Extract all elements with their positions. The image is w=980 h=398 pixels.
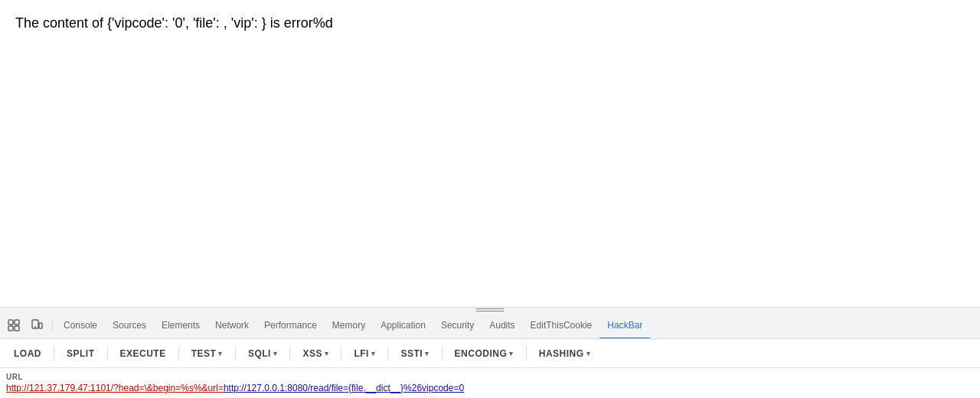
tab-application[interactable]: Application bbox=[373, 312, 433, 339]
lfi-button[interactable]: LFI ▾ bbox=[346, 345, 383, 362]
tab-editthiscookie[interactable]: EditThisCookie bbox=[523, 312, 600, 339]
split-button[interactable]: SPLIT bbox=[59, 345, 103, 362]
hashing-button[interactable]: HASHING ▾ bbox=[531, 345, 598, 362]
hashing-arrow-icon: ▾ bbox=[586, 350, 591, 357]
tab-security[interactable]: Security bbox=[433, 312, 482, 339]
toolbar-sep-6 bbox=[341, 346, 341, 361]
tab-memory[interactable]: Memory bbox=[325, 312, 373, 339]
url-section: URL http://121.37.179.47:1101/?head=\&be… bbox=[0, 368, 980, 398]
encoding-arrow-icon: ▾ bbox=[509, 350, 514, 357]
tab-sources[interactable]: Sources bbox=[105, 312, 154, 339]
toolbar-sep-5 bbox=[289, 346, 290, 361]
page-content-text: The content of {'vipcode': '0', 'file': … bbox=[15, 15, 965, 31]
url-text-start: http://121.37.179.47:1101/?head=\&begin=… bbox=[6, 383, 224, 393]
xss-arrow-icon: ▾ bbox=[325, 350, 329, 357]
toolbar-sep-7 bbox=[387, 346, 388, 361]
toolbar-sep-9 bbox=[526, 346, 527, 361]
test-button[interactable]: TEST ▾ bbox=[184, 345, 230, 362]
devtools-tabbar: Console Sources Elements Network Perform… bbox=[0, 312, 980, 339]
ssti-button[interactable]: SSTI ▾ bbox=[393, 345, 436, 362]
ssti-arrow-icon: ▾ bbox=[425, 350, 430, 357]
tab-performance[interactable]: Performance bbox=[256, 312, 325, 339]
url-text-end: http://127.0.0.1:8080/read/file={file.__… bbox=[224, 383, 464, 393]
resize-grip-icon bbox=[476, 308, 504, 312]
svg-rect-2 bbox=[8, 326, 13, 331]
svg-rect-0 bbox=[8, 320, 13, 325]
tab-audits[interactable]: Audits bbox=[482, 312, 522, 339]
svg-rect-1 bbox=[15, 320, 19, 325]
url-value[interactable]: http://121.37.179.47:1101/?head=\&begin=… bbox=[6, 383, 974, 393]
tab-console[interactable]: Console bbox=[56, 312, 105, 339]
toolbar-sep-8 bbox=[442, 346, 443, 361]
tab-elements[interactable]: Elements bbox=[154, 312, 207, 339]
device-toolbar-icon[interactable] bbox=[26, 315, 47, 336]
sqli-button[interactable]: SQLI ▾ bbox=[240, 345, 286, 362]
toolbar-sep-3 bbox=[178, 346, 179, 361]
tab-hackbar[interactable]: HackBar bbox=[599, 312, 650, 339]
sqli-arrow-icon: ▾ bbox=[273, 350, 278, 357]
svg-rect-3 bbox=[15, 326, 19, 331]
xss-button[interactable]: XSS ▾ bbox=[295, 345, 336, 362]
tab-network[interactable]: Network bbox=[207, 312, 256, 339]
load-button[interactable]: LOAD bbox=[6, 345, 49, 362]
toolbar-sep-1 bbox=[54, 346, 54, 361]
execute-button[interactable]: EXECUTE bbox=[113, 345, 174, 362]
devtools-panel: Console Sources Elements Network Perform… bbox=[0, 307, 980, 398]
lfi-arrow-icon: ▾ bbox=[371, 350, 376, 357]
tab-divider-1 bbox=[52, 319, 53, 331]
url-label: URL bbox=[6, 373, 974, 381]
inspector-icon[interactable] bbox=[3, 315, 24, 336]
toolbar-sep-4 bbox=[235, 346, 236, 361]
toolbar-sep-2 bbox=[107, 346, 108, 361]
encoding-button[interactable]: ENCODING ▾ bbox=[447, 345, 521, 362]
main-content: The content of {'vipcode': '0', 'file': … bbox=[0, 0, 980, 307]
test-arrow-icon: ▾ bbox=[218, 350, 223, 357]
svg-rect-5 bbox=[39, 323, 42, 328]
hackbar-toolbar: LOAD SPLIT EXECUTE TEST ▾ SQLI ▾ XSS ▾ L… bbox=[0, 339, 980, 368]
